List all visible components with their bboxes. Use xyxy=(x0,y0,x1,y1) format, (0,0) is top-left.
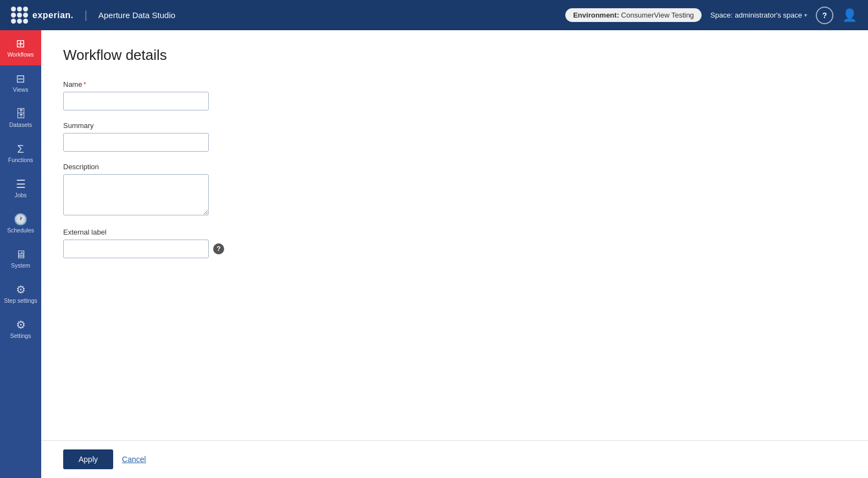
external-label-help-icon[interactable]: ? xyxy=(213,243,224,254)
description-label: Description xyxy=(63,163,846,171)
system-icon: 🖥 xyxy=(15,249,26,260)
sidebar-label-datasets: Datasets xyxy=(9,121,32,128)
datasets-icon: 🗄 xyxy=(15,108,26,119)
views-icon: ⊟ xyxy=(16,73,25,84)
apply-button[interactable]: Apply xyxy=(63,449,113,469)
sidebar-label-jobs: Jobs xyxy=(14,192,26,198)
experian-logo: experian. xyxy=(11,7,74,24)
external-label-label: External label xyxy=(63,228,846,236)
name-label: Name* xyxy=(63,80,846,88)
sidebar-label-schedules: Schedules xyxy=(7,227,34,234)
settings-icon: ⚙ xyxy=(16,319,26,330)
external-label-input[interactable] xyxy=(63,240,209,258)
sidebar-item-settings[interactable]: ⚙ Settings xyxy=(0,312,41,347)
page-footer: Apply Cancel xyxy=(41,440,868,478)
logo-dots-grid xyxy=(11,7,28,24)
cancel-button[interactable]: Cancel xyxy=(122,455,146,464)
jobs-icon: ☰ xyxy=(16,179,26,190)
workflows-icon: ⊞ xyxy=(16,38,25,49)
sidebar-item-jobs[interactable]: ☰ Jobs xyxy=(0,171,41,206)
sidebar: ⊞ Workflows ⊟ Views 🗄 Datasets Σ Functio… xyxy=(0,30,41,478)
summary-input[interactable] xyxy=(63,133,209,152)
user-icon: 👤 xyxy=(842,8,857,22)
header-divider: | xyxy=(85,9,87,21)
help-button[interactable]: ? xyxy=(816,7,833,24)
external-label-field-group: External label ? xyxy=(63,228,846,258)
sidebar-label-workflows: Workflows xyxy=(7,51,34,58)
space-value: administrator's space xyxy=(735,11,802,19)
sidebar-item-datasets[interactable]: 🗄 Datasets xyxy=(0,101,41,136)
sidebar-label-functions: Functions xyxy=(8,157,34,163)
app-header: experian. | Aperture Data Studio Environ… xyxy=(0,0,868,30)
page-body: Workflow details Name* Summary Descripti… xyxy=(41,30,868,440)
experian-wordmark: experian. xyxy=(32,10,74,20)
header-right: Environment: ConsumerView Testing Space:… xyxy=(565,7,857,24)
app-name: Aperture Data Studio xyxy=(98,10,175,20)
summary-field-group: Summary xyxy=(63,121,846,152)
name-field-group: Name* xyxy=(63,80,846,110)
space-selector[interactable]: Space: administrator's space ▾ xyxy=(710,11,807,19)
description-textarea[interactable] xyxy=(63,174,209,215)
user-avatar-button[interactable]: 👤 xyxy=(842,8,857,23)
summary-label: Summary xyxy=(63,121,846,130)
step-settings-icon: ⚙ xyxy=(16,284,26,295)
sidebar-label-views: Views xyxy=(13,86,29,93)
external-label-row: ? xyxy=(63,240,846,258)
content-area: Workflow details Name* Summary Descripti… xyxy=(41,30,868,478)
sidebar-item-step-settings[interactable]: ⚙ Step settings xyxy=(0,276,41,312)
main-layout: ⊞ Workflows ⊟ Views 🗄 Datasets Σ Functio… xyxy=(0,30,868,478)
space-label-text: Space: xyxy=(710,11,732,19)
description-field-group: Description xyxy=(63,163,846,217)
chevron-down-icon: ▾ xyxy=(804,12,807,18)
functions-icon: Σ xyxy=(17,143,24,154)
schedules-icon: 🕐 xyxy=(14,214,27,225)
sidebar-item-functions[interactable]: Σ Functions xyxy=(0,136,41,171)
name-input[interactable] xyxy=(63,92,209,110)
sidebar-item-schedules[interactable]: 🕐 Schedules xyxy=(0,206,41,241)
name-required-indicator: * xyxy=(84,80,86,88)
environment-badge: Environment: ConsumerView Testing xyxy=(565,8,702,22)
environment-label: Environment: xyxy=(573,11,619,19)
sidebar-label-step-settings: Step settings xyxy=(4,297,37,304)
sidebar-label-system: System xyxy=(11,262,30,269)
sidebar-item-views[interactable]: ⊟ Views xyxy=(0,65,41,101)
environment-value: ConsumerView Testing xyxy=(621,11,694,19)
sidebar-item-workflows[interactable]: ⊞ Workflows xyxy=(0,30,41,65)
sidebar-label-settings: Settings xyxy=(10,332,31,339)
sidebar-item-system[interactable]: 🖥 System xyxy=(0,241,41,276)
page-title: Workflow details xyxy=(63,47,846,64)
